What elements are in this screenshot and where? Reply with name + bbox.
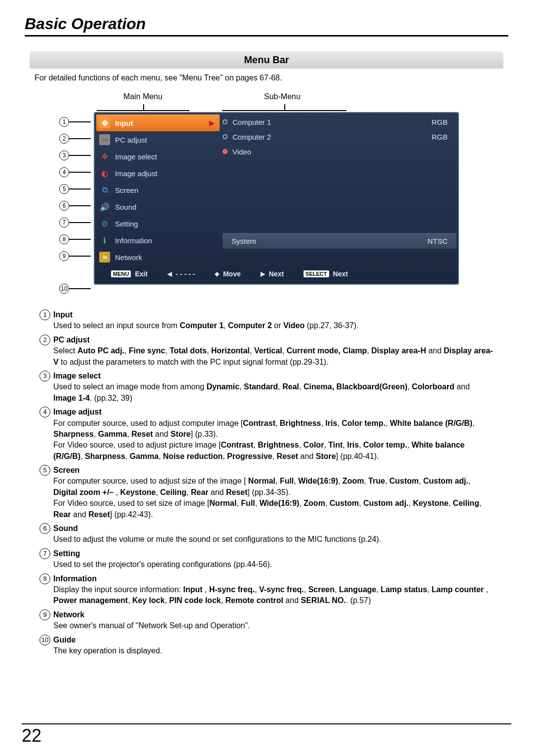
def-number: 6 xyxy=(39,523,50,534)
callout-2: 2 xyxy=(59,134,91,144)
def-body: For computer source, used to adjust size… xyxy=(53,476,494,520)
main-menu-item-image-adjust[interactable]: ◐Image adjust xyxy=(96,165,220,182)
guide-select: SELECT Next xyxy=(304,270,348,278)
main-menu-item-information[interactable]: ℹInformation xyxy=(96,232,220,249)
guide-exit: MENU Exit xyxy=(111,270,148,278)
callout-7: 7 xyxy=(59,218,91,227)
def-title: Image select xyxy=(53,371,101,381)
sound-icon: 🔊 xyxy=(99,201,110,212)
main-menu-item-setting[interactable]: ⚙Setting xyxy=(96,215,220,232)
callout-5: 5 xyxy=(59,184,91,194)
def-number: 7 xyxy=(39,548,50,559)
intro-text: For detailed functions of each menu, see… xyxy=(35,74,498,82)
def-title: Setting xyxy=(53,548,80,559)
definition-item: 1 InputUsed to select an input source fr… xyxy=(39,309,494,332)
def-title: Network xyxy=(53,609,84,620)
def-body: For computer source, used to adjust comp… xyxy=(53,418,494,462)
image-adjust-icon: ◐ xyxy=(99,168,110,179)
menu-item-label: Sound xyxy=(115,203,136,211)
callout-8: 8 xyxy=(59,234,91,244)
def-title: PC adjust xyxy=(53,335,90,345)
page-title: Basic Operation xyxy=(25,15,508,37)
def-number: 9 xyxy=(39,609,50,620)
guide-back: ◀- - - - - xyxy=(167,270,195,278)
sub-item-label: Computer 1 xyxy=(232,118,271,126)
system-value: NTSC xyxy=(427,237,448,245)
callout-1: 1 xyxy=(59,117,91,127)
callout-3: 3 xyxy=(59,151,91,160)
menu-diagram: Main Menu Sub-Menu 12345678910 ✥Input▭PC… xyxy=(44,92,489,300)
def-body: Display the input source information: In… xyxy=(53,584,494,606)
sub-menu-item-computer-2[interactable]: Computer 2RGB xyxy=(223,129,457,144)
sub-item-label: Video xyxy=(232,148,251,156)
def-number: 3 xyxy=(39,371,50,381)
def-number: 2 xyxy=(39,335,50,345)
select-badge: SELECT xyxy=(304,270,329,277)
osd-menu: ✥Input▭PC adjust❖Image select◐Image adju… xyxy=(94,112,459,285)
setting-icon: ⚙ xyxy=(99,218,110,229)
sub-item-value: RGB xyxy=(431,118,448,126)
main-menu-item-pc-adjust[interactable]: ▭PC adjust xyxy=(96,131,220,148)
def-title: Image adjust xyxy=(53,407,102,417)
radio-icon xyxy=(223,119,228,124)
menu-item-label: Screen xyxy=(115,186,139,194)
menu-item-label: Image select xyxy=(115,152,157,161)
sub-item-label: Computer 2 xyxy=(232,133,271,141)
def-body: See owner's manual of "Network Set-up an… xyxy=(53,620,494,631)
page-number: 22 xyxy=(22,723,511,746)
definition-item: 5 ScreenFor computer source, used to adj… xyxy=(39,465,494,520)
radio-icon xyxy=(223,149,228,154)
def-body: Used to set the projector's operating co… xyxy=(53,559,494,570)
network-icon: ≋ xyxy=(99,252,110,263)
def-title: Screen xyxy=(53,465,79,476)
menu-item-label: PC adjust xyxy=(115,136,147,144)
section-header: Menu Bar xyxy=(30,51,503,69)
def-title: Guide xyxy=(53,635,76,645)
system-bar: System NTSC xyxy=(223,233,457,249)
radio-icon xyxy=(223,134,228,139)
def-number: 1 xyxy=(39,309,50,320)
pc-adjust-icon: ▭ xyxy=(99,134,110,145)
def-number: 8 xyxy=(39,573,50,584)
main-menu-item-input[interactable]: ✥Input xyxy=(96,114,220,131)
guide-bar: MENU Exit ◀- - - - - ◆Move ▶Next SELECT … xyxy=(96,265,457,282)
def-title: Information xyxy=(53,573,97,584)
definition-item: 9 NetworkSee owner's manual of "Network … xyxy=(39,609,494,632)
sub-menu-item-computer-1[interactable]: Computer 1RGB xyxy=(223,114,457,129)
menu-item-label: Input xyxy=(115,119,133,127)
main-menu-column: ✥Input▭PC adjust❖Image select◐Image adju… xyxy=(96,114,220,265)
def-number: 5 xyxy=(39,465,50,476)
definitions: 1 InputUsed to select an input source fr… xyxy=(39,309,494,656)
menu-item-label: Information xyxy=(115,236,152,245)
guide-next: ▶Next xyxy=(261,270,284,278)
column-label-sub: Sub-Menu xyxy=(264,92,301,101)
system-label: System xyxy=(231,237,256,245)
image-select-icon: ❖ xyxy=(99,151,110,162)
def-title: Input xyxy=(53,309,73,320)
definition-item: 3 Image selectUsed to select an image mo… xyxy=(39,371,494,404)
guide-move: ◆Move xyxy=(215,270,241,278)
definition-item: 4 Image adjustFor computer source, used … xyxy=(39,407,494,462)
main-menu-item-network[interactable]: ≋Network xyxy=(96,249,220,265)
def-number: 4 xyxy=(39,407,50,417)
menu-item-label: Image adjust xyxy=(115,169,157,178)
information-icon: ℹ xyxy=(99,235,110,246)
menu-badge: MENU xyxy=(111,270,131,277)
def-body: The key operation is displayed. xyxy=(53,645,494,656)
screen-icon: ⧉ xyxy=(99,185,110,195)
def-body: Select Auto PC adj., Fine sync, Total do… xyxy=(53,345,494,368)
callout-9: 9 xyxy=(59,251,91,261)
sub-menu-item-video[interactable]: Video xyxy=(223,144,457,159)
sub-item-value: RGB xyxy=(431,133,448,141)
main-menu-item-image-select[interactable]: ❖Image select xyxy=(96,148,220,165)
input-icon: ✥ xyxy=(99,117,110,128)
main-menu-item-screen[interactable]: ⧉Screen xyxy=(96,182,220,198)
def-body: Used to adjust the volume or mute the so… xyxy=(53,534,494,545)
def-body: Used to select an image mode from among … xyxy=(53,381,494,404)
main-menu-item-sound[interactable]: 🔊Sound xyxy=(96,198,220,215)
menu-item-label: Network xyxy=(115,253,142,262)
definition-item: 2 PC adjustSelect Auto PC adj., Fine syn… xyxy=(39,335,494,368)
callout-4: 4 xyxy=(59,167,91,177)
callout-10: 10 xyxy=(59,284,91,294)
callout-6: 6 xyxy=(59,201,91,211)
